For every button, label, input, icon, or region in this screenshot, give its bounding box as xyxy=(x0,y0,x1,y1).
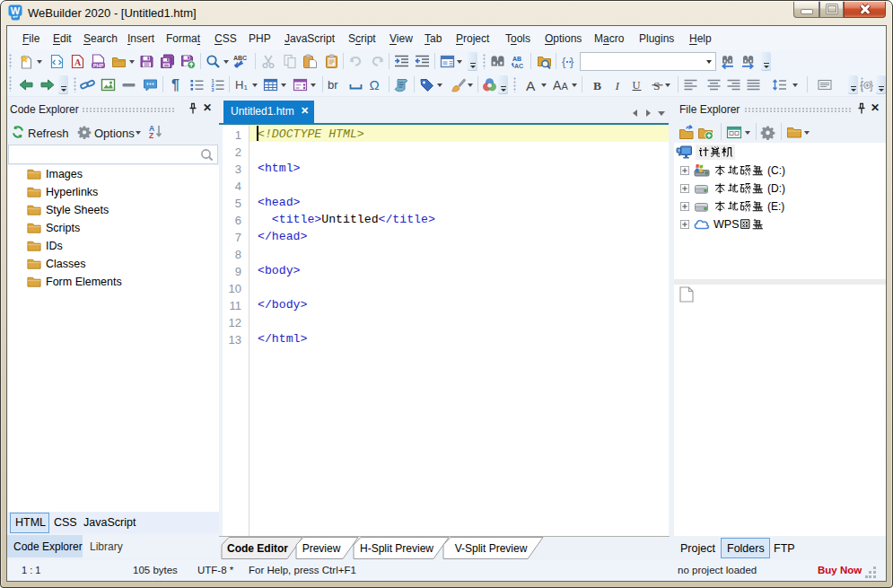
svg-text:H-Split Preview: H-Split Preview xyxy=(360,542,433,555)
svg-text:Preview: Preview xyxy=(302,542,341,555)
svg-text:Code Editor: Code Editor xyxy=(227,542,288,555)
svg-text:W: W xyxy=(11,5,21,16)
svg-text:V-Split Preview: V-Split Preview xyxy=(455,542,528,555)
